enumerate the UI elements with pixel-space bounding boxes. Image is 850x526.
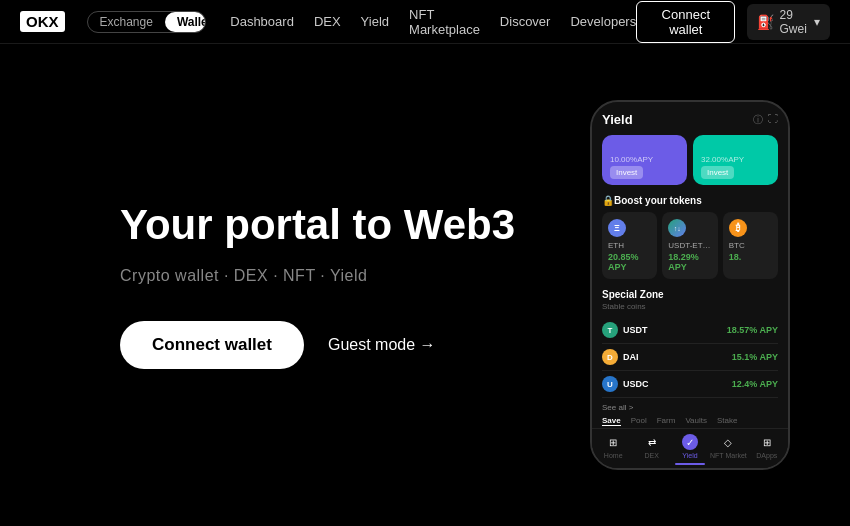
invest-card-purple: 10.00%APY Invest <box>602 135 687 185</box>
btc-apy: 18. <box>729 252 772 262</box>
token-card-eth: Ξ ETH 20.85% APY <box>602 212 657 279</box>
info-icon: ⓘ <box>753 113 763 127</box>
invest-btn-teal[interactable]: Invest <box>701 166 734 179</box>
nav-links: Dashboard DEX Yield NFT Marketplace Disc… <box>230 7 636 37</box>
btc-icon: ₿ <box>729 219 747 237</box>
guest-mode-button[interactable]: Guest mode → <box>328 336 436 354</box>
invest-apy-purple: 10.00%APY <box>610 155 679 164</box>
phone-yield-title: Yield <box>602 112 633 127</box>
phone-tab-pool[interactable]: Pool <box>631 416 647 426</box>
stable-left-usdt: T USDT <box>602 322 648 338</box>
exchange-wallet-tabs: Exchange Wallet <box>87 11 207 33</box>
phone-nav-yield[interactable]: ✓ Yield <box>671 434 709 465</box>
gas-icon: ⛽ <box>757 14 774 30</box>
phone-nav-dex-label: DEX <box>644 452 658 459</box>
nav-dex[interactable]: DEX <box>314 14 341 29</box>
hero-section: Your portal to Web3 Crypto wallet · DEX … <box>0 44 850 526</box>
phone-mockup: Yield ⓘ ⛶ 10.00%APY Invest 32.00%APY Inv… <box>590 100 790 470</box>
phone-tab-farm[interactable]: Farm <box>657 416 676 426</box>
stable-left-dai: D DAI <box>602 349 639 365</box>
hero-title: Your portal to Web3 <box>120 201 520 249</box>
home-icon: ⊞ <box>605 434 621 450</box>
dai-apy: 15.1% APY <box>732 352 778 362</box>
wallet-tab[interactable]: Wallet <box>165 12 206 32</box>
expand-icon: ⛶ <box>768 113 778 127</box>
nav-dashboard[interactable]: Dashboard <box>230 14 294 29</box>
invest-btn-purple[interactable]: Invest <box>610 166 643 179</box>
usdt-eth-apy: 18.29% APY <box>668 252 711 272</box>
gwei-value: 29 Gwei <box>779 8 809 36</box>
hero-subtitle: Crypto wallet · DEX · NFT · Yield <box>120 267 520 285</box>
eth-name: ETH <box>608 241 651 250</box>
eth-apy: 20.85% APY <box>608 252 651 272</box>
active-tab-indicator <box>675 463 705 465</box>
token-card-btc: ₿ BTC 18. <box>723 212 778 279</box>
phone-screen: Yield ⓘ ⛶ 10.00%APY Invest 32.00%APY Inv… <box>592 102 788 468</box>
connect-wallet-button[interactable]: Connect wallet <box>636 1 735 43</box>
token-cards: Ξ ETH 20.85% APY ↑↓ USDT-ETH-BT... 18.29… <box>602 212 778 279</box>
boost-title: 🔒Boost your tokens <box>602 195 778 206</box>
usdt-apy: 18.57% APY <box>727 325 778 335</box>
dai-name: DAI <box>623 352 639 362</box>
stable-row-usdc: U USDC 12.4% APY <box>602 371 778 398</box>
yield-icon: ✓ <box>682 434 698 450</box>
phone-nav-yield-label: Yield <box>682 452 697 459</box>
usdt-eth-icon: ↑↓ <box>668 219 686 237</box>
phone-nav-home[interactable]: ⊞ Home <box>594 434 632 465</box>
usdt-name: USDT <box>623 325 648 335</box>
usdc-apy: 12.4% APY <box>732 379 778 389</box>
nav-yield[interactable]: Yield <box>361 14 389 29</box>
usdt-eth-name: USDT-ETH-BT... <box>668 241 711 250</box>
chevron-down-icon: ▾ <box>814 15 820 29</box>
phone-header-icons: ⓘ ⛶ <box>753 113 778 127</box>
hero-actions: Connect wallet Guest mode → <box>120 321 520 369</box>
special-zone-title: Special Zone <box>602 289 778 300</box>
dapps-icon: ⊞ <box>759 434 775 450</box>
stable-left-usdc: U USDC <box>602 376 649 392</box>
phone-tab-vaults[interactable]: Vaults <box>685 416 707 426</box>
token-card-usdt: ↑↓ USDT-ETH-BT... 18.29% APY <box>662 212 717 279</box>
stable-row-usdt: T USDT 18.57% APY <box>602 317 778 344</box>
hero-content: Your portal to Web3 Crypto wallet · DEX … <box>120 201 520 369</box>
btc-name: BTC <box>729 241 772 250</box>
phone-frame: Yield ⓘ ⛶ 10.00%APY Invest 32.00%APY Inv… <box>590 100 790 470</box>
nav-right: Connect wallet ⛽ 29 Gwei ▾ <box>636 1 830 43</box>
gwei-badge[interactable]: ⛽ 29 Gwei ▾ <box>747 4 830 40</box>
nft-icon: ◇ <box>720 434 736 450</box>
phone-nav-dapps-label: DApps <box>756 452 777 459</box>
usdc-name: USDC <box>623 379 649 389</box>
phone-nav-dex[interactable]: ⇄ DEX <box>632 434 670 465</box>
nav-nft[interactable]: NFT Marketplace <box>409 7 480 37</box>
phone-tab-stake[interactable]: Stake <box>717 416 737 426</box>
stable-coins-label: Stable coins <box>602 302 778 311</box>
nav-discover[interactable]: Discover <box>500 14 551 29</box>
nav-developers[interactable]: Developers <box>570 14 636 29</box>
dex-icon: ⇄ <box>644 434 660 450</box>
phone-nav-bar: ⊞ Home ⇄ DEX ✓ Yield ◇ NFT Market <box>592 428 788 468</box>
eth-icon: Ξ <box>608 219 626 237</box>
usdc-icon: U <box>602 376 618 392</box>
invest-card-teal: 32.00%APY Invest <box>693 135 778 185</box>
logo-text: OKX <box>20 11 65 32</box>
logo: OKX <box>20 11 65 32</box>
phone-tab-save[interactable]: Save <box>602 416 621 426</box>
usdt-icon: T <box>602 322 618 338</box>
phone-nav-dapps[interactable]: ⊞ DApps <box>748 434 786 465</box>
stable-row-dai: D DAI 15.1% APY <box>602 344 778 371</box>
invest-cards: 10.00%APY Invest 32.00%APY Invest <box>602 135 778 185</box>
exchange-tab[interactable]: Exchange <box>88 12 165 32</box>
navbar: OKX Exchange Wallet Dashboard DEX Yield … <box>0 0 850 44</box>
phone-nav-nft-label: NFT Market <box>710 452 747 459</box>
phone-header: Yield ⓘ ⛶ <box>602 112 778 127</box>
see-all[interactable]: See all > <box>602 403 778 412</box>
connect-wallet-hero-button[interactable]: Connect wallet <box>120 321 304 369</box>
dai-icon: D <box>602 349 618 365</box>
phone-nav-nft[interactable]: ◇ NFT Market <box>709 434 747 465</box>
phone-nav-home-label: Home <box>604 452 623 459</box>
invest-apy-teal: 32.00%APY <box>701 155 770 164</box>
